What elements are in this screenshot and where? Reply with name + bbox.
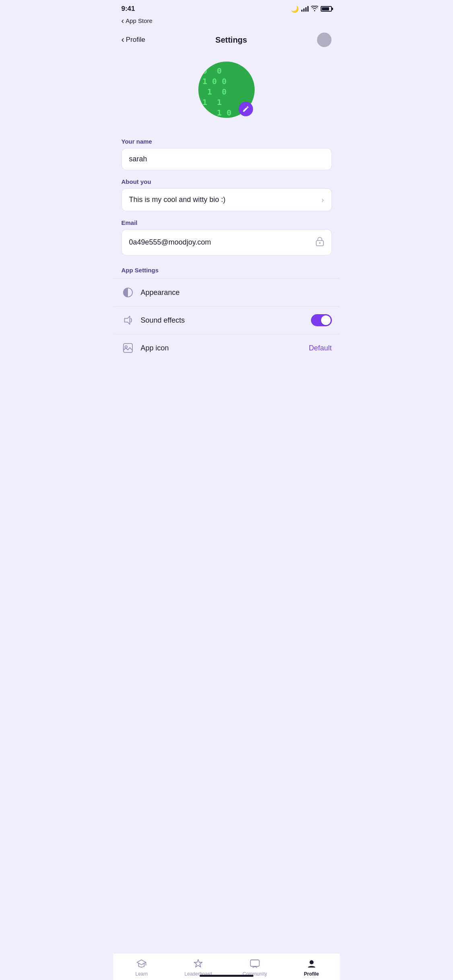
sound-effects-icon: [121, 314, 134, 327]
name-input[interactable]: [121, 148, 332, 170]
about-you-field[interactable]: This is my cool and witty bio :) ›: [121, 188, 332, 211]
nav-header: ‹ Profile Settings: [113, 29, 340, 54]
app-icon-setting[interactable]: App icon Default: [113, 334, 340, 362]
svg-marker-3: [124, 316, 130, 324]
app-icon-left: App icon: [121, 342, 169, 354]
app-store-back[interactable]: ‹ App Store: [121, 16, 332, 25]
profile-avatar-small[interactable]: [317, 33, 332, 47]
back-chevron-icon: ‹: [121, 35, 124, 45]
chevron-right-icon: ›: [321, 195, 324, 204]
app-store-label: App Store: [126, 17, 152, 24]
toggle-knob: [321, 315, 331, 325]
lock-icon: [315, 236, 324, 249]
status-icons: 🌙: [291, 5, 332, 13]
wifi-icon: [311, 6, 318, 12]
chevron-left-icon: ‹: [121, 16, 124, 25]
app-store-nav: ‹ App Store: [113, 15, 340, 29]
page-title: Settings: [215, 35, 247, 45]
email-label: Email: [121, 219, 332, 226]
appearance-setting[interactable]: Appearance: [113, 278, 340, 306]
app-settings-section: App Settings Appearance: [113, 267, 340, 362]
settings-list: Appearance Sound effects: [113, 278, 340, 362]
app-settings-label: App Settings: [113, 267, 340, 278]
appearance-left: Appearance: [121, 286, 180, 299]
signal-strength-icon: [301, 6, 309, 12]
sound-effects-label: Sound effects: [141, 316, 185, 325]
app-icon-label: App icon: [141, 344, 169, 352]
app-icon-icon: [121, 342, 134, 354]
svg-point-5: [125, 346, 127, 348]
appearance-label: Appearance: [141, 288, 180, 297]
back-label: Profile: [126, 36, 145, 44]
svg-rect-4: [123, 344, 132, 352]
back-button[interactable]: ‹ Profile: [121, 35, 146, 45]
about-label: About you: [121, 178, 332, 185]
appearance-icon: [121, 286, 134, 299]
status-bar: 9:41 🌙: [113, 0, 340, 15]
edit-avatar-button[interactable]: [239, 102, 253, 116]
about-you-value: This is my cool and witty bio :): [129, 196, 226, 204]
sound-effects-left: Sound effects: [121, 314, 185, 327]
svg-point-1: [319, 242, 321, 244]
sound-effects-setting[interactable]: Sound effects: [113, 306, 340, 334]
name-label: Your name: [121, 138, 332, 145]
avatar-wrapper: 0 0 1 0 0 1 0 1 1 0 1 0 0: [198, 62, 255, 118]
moon-icon: 🌙: [291, 5, 299, 13]
app-icon-value: Default: [309, 344, 332, 352]
status-time: 9:41: [121, 5, 135, 13]
sound-effects-toggle[interactable]: [311, 314, 332, 326]
email-field: 0a49e555@moodjoy.com: [121, 229, 332, 255]
email-value: 0a49e555@moodjoy.com: [129, 238, 211, 247]
battery-icon: [321, 6, 332, 12]
form-section: Your name About you This is my cool and …: [113, 138, 340, 255]
avatar-section: 0 0 1 0 0 1 0 1 1 0 1 0 0: [113, 54, 340, 130]
